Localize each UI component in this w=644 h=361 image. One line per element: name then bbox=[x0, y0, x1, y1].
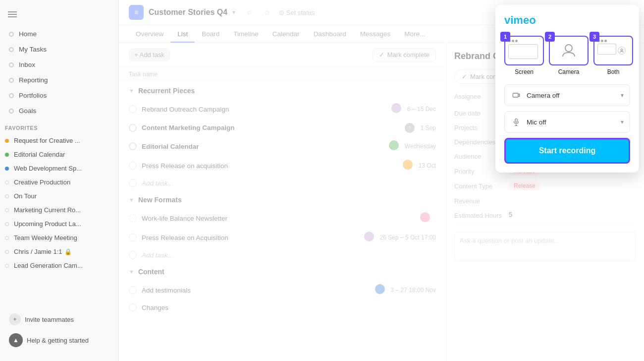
sidebar-item-reporting[interactable]: Reporting bbox=[4, 73, 114, 87]
vimeo-logo-svg: vimeo bbox=[504, 14, 544, 26]
option-label: Screen bbox=[515, 68, 534, 75]
fav-label: Marketing Current Ro... bbox=[14, 206, 81, 214]
favorites-label: Favorites bbox=[0, 119, 118, 134]
nav-dot bbox=[9, 78, 14, 83]
nav-dot bbox=[9, 109, 14, 114]
fav-dot bbox=[5, 153, 9, 157]
rec-option-screen[interactable]: 1 Screen bbox=[504, 36, 544, 75]
sidebar-item-portfolios[interactable]: Portfolios bbox=[4, 88, 114, 103]
fav-dot bbox=[5, 236, 9, 240]
option-number-badge: 1 bbox=[500, 32, 510, 42]
fav-dot bbox=[5, 180, 9, 184]
fav-label: Chris / Jamie 1:1 bbox=[14, 248, 62, 255]
option-number-badge: 3 bbox=[590, 32, 599, 42]
sidebar-item-my-tasks[interactable]: My Tasks bbox=[4, 42, 114, 57]
svg-text:vimeo: vimeo bbox=[504, 14, 536, 26]
sidebar-item-label: Reporting bbox=[19, 76, 48, 84]
camera-dropdown[interactable]: Camera off ▾ bbox=[504, 84, 630, 106]
nav-dot bbox=[9, 47, 14, 52]
fav-item-4[interactable]: On Tour bbox=[0, 189, 118, 203]
fav-label: Web Development Sp... bbox=[14, 165, 82, 172]
camera-dropdown-caret-icon: ▾ bbox=[621, 92, 624, 99]
invite-icon: + bbox=[9, 313, 21, 325]
camera-option-box: 2 bbox=[549, 36, 589, 65]
fav-dot bbox=[5, 264, 9, 268]
fav-item-7[interactable]: Team Weekly Meeting bbox=[0, 231, 118, 244]
camera-dropdown-label: Camera off bbox=[527, 92, 621, 99]
fav-label: On Tour bbox=[14, 192, 37, 200]
fav-item-5[interactable]: Marketing Current Ro... bbox=[0, 203, 118, 217]
svg-rect-3 bbox=[513, 93, 518, 97]
help-circle-icon: ▲ bbox=[9, 333, 23, 347]
both-option-box: 3 bbox=[593, 36, 633, 65]
mic-dropdown[interactable]: Mic off ▾ bbox=[504, 111, 630, 133]
option-label: Both bbox=[607, 68, 620, 75]
sidebar-item-label: Portfolios bbox=[19, 92, 47, 99]
fav-label: Creative Production bbox=[14, 179, 70, 186]
start-recording-button[interactable]: Start recording bbox=[504, 138, 630, 164]
svg-point-2 bbox=[621, 49, 623, 51]
rec-option-camera[interactable]: 2 Camera bbox=[549, 36, 589, 75]
sidebar-item-label: Goals bbox=[19, 107, 36, 115]
mic-dropdown-icon bbox=[511, 117, 522, 127]
sidebar-nav: Home My Tasks Inbox Reporting Portfolios… bbox=[0, 27, 118, 119]
sidebar-item-label: My Tasks bbox=[19, 46, 47, 53]
sidebar-item-label: Inbox bbox=[19, 61, 35, 68]
vimeo-popup: vimeo 1 Screen bbox=[495, 5, 639, 173]
camera-icon-box bbox=[553, 40, 585, 61]
sidebar-item-goals[interactable]: Goals bbox=[4, 104, 114, 118]
fav-item-1[interactable]: Editorial Calendar bbox=[0, 148, 118, 161]
dot bbox=[604, 40, 607, 42]
sidebar-bottom: + Invite teammates ▲ Help & getting star… bbox=[0, 309, 118, 355]
sidebar-item-label: Home bbox=[19, 30, 37, 38]
camera-preview bbox=[618, 47, 626, 55]
mic-dropdown-label: Mic off bbox=[527, 119, 621, 126]
camera-dropdown-icon bbox=[511, 90, 522, 101]
screen-option-box: 1 bbox=[504, 36, 544, 65]
fav-dot bbox=[5, 194, 9, 198]
rec-option-both[interactable]: 3 bbox=[593, 36, 633, 75]
fav-item-2[interactable]: Web Development Sp... bbox=[0, 162, 118, 175]
fav-dot bbox=[5, 250, 9, 254]
fav-label: Editorial Calendar bbox=[14, 151, 65, 158]
invite-label: Invite teammates bbox=[25, 316, 74, 323]
sidebar-item-inbox[interactable]: Inbox bbox=[4, 58, 114, 72]
fav-item-0[interactable]: Request for Creative ... bbox=[0, 134, 118, 147]
nav-dot bbox=[9, 93, 14, 98]
fav-dot bbox=[5, 139, 9, 143]
nav-dot bbox=[9, 32, 14, 37]
fav-item-3[interactable]: Creative Production bbox=[0, 176, 118, 189]
mic-dropdown-caret-icon: ▾ bbox=[621, 119, 624, 125]
screen-preview bbox=[597, 44, 616, 55]
fav-item-6[interactable]: Upcoming Product La... bbox=[0, 217, 118, 231]
fav-label: Lead Generation Cam... bbox=[14, 262, 83, 269]
fav-label: Upcoming Product La... bbox=[14, 220, 81, 228]
fav-label: Team Weekly Meeting bbox=[14, 234, 77, 241]
fav-item-8[interactable]: Chris / Jamie 1:1 🔒 bbox=[0, 245, 118, 258]
favorites-list: Request for Creative ... Editorial Calen… bbox=[0, 134, 118, 273]
help-label: Help & getting started bbox=[27, 337, 89, 344]
menu-icon[interactable] bbox=[0, 6, 118, 27]
dot bbox=[512, 40, 514, 42]
sidebar-item-home[interactable]: Home bbox=[4, 27, 114, 41]
fav-dot bbox=[5, 208, 9, 212]
option-label: Camera bbox=[558, 68, 580, 75]
option-number-badge: 2 bbox=[545, 32, 555, 42]
help-button[interactable]: ▲ Help & getting started bbox=[4, 329, 114, 351]
camera-person-icon bbox=[560, 42, 578, 60]
recording-options: 1 Screen 2 bbox=[504, 36, 630, 75]
svg-rect-4 bbox=[515, 119, 517, 122]
dot bbox=[515, 40, 518, 42]
fav-dot bbox=[5, 222, 9, 226]
svg-point-1 bbox=[565, 45, 572, 52]
mini-person-icon bbox=[619, 48, 624, 53]
fav-item-9[interactable]: Lead Generation Cam... bbox=[0, 259, 118, 272]
fav-label: Request for Creative ... bbox=[14, 137, 80, 144]
invite-teammates-button[interactable]: + Invite teammates bbox=[4, 309, 114, 329]
nav-dot bbox=[9, 62, 14, 67]
sidebar: Home My Tasks Inbox Reporting Portfolios… bbox=[0, 0, 119, 361]
dot bbox=[601, 40, 603, 42]
both-visual bbox=[597, 44, 626, 55]
screen-rectangle bbox=[508, 44, 538, 59]
vimeo-logo: vimeo bbox=[504, 14, 630, 28]
